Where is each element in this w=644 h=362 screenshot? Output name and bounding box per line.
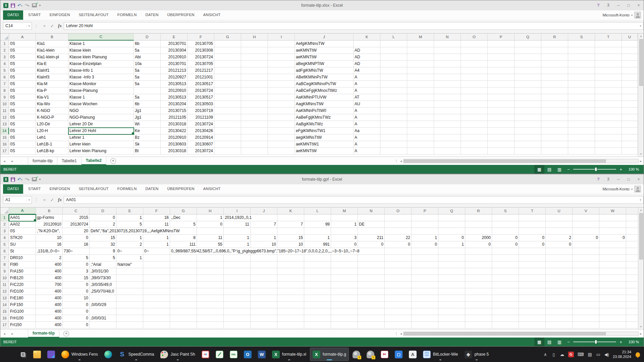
sheet-nav-left-icon[interactable]: ◂ <box>0 329 8 338</box>
cell-L14[interactable] <box>304 302 331 308</box>
cell-O9[interactable] <box>385 268 412 275</box>
scroll-down-icon[interactable]: ▼ <box>640 152 642 157</box>
enter-icon[interactable]: ✓ <box>48 23 56 28</box>
cell-U13[interactable] <box>622 121 638 128</box>
cell-R17[interactable] <box>465 322 492 328</box>
cell-S3[interactable] <box>492 228 519 235</box>
cell-D5[interactable]: 5a <box>134 67 161 74</box>
cell-P1[interactable] <box>412 215 438 221</box>
cell-G13[interactable] <box>214 121 241 128</box>
cell-T14[interactable] <box>519 302 546 308</box>
cell-J3[interactable]: aeKMNTtW <box>295 54 354 61</box>
cell-W3[interactable] <box>599 228 626 235</box>
cell-N2[interactable]: DE <box>358 221 385 228</box>
cell-Q2[interactable] <box>438 221 465 228</box>
titlebar[interactable]: X ↶▾ ↷▾ ▾ formate-tilp.xlsx - Excel ? ⊼ … <box>0 0 644 10</box>
cell-T12[interactable] <box>595 114 622 121</box>
cell-L10[interactable] <box>380 101 407 108</box>
cell-L13[interactable] <box>304 295 331 302</box>
cell-F4[interactable]: 20130705 <box>187 61 214 67</box>
page-layout-view-button[interactable]: ▤ <box>544 165 554 174</box>
taskbar-jasc-paint-shop[interactable]: Jasc Paint Sh <box>158 348 198 361</box>
cell-R2[interactable] <box>465 221 492 228</box>
ribbon-display-options-button[interactable]: ⊼ <box>603 174 613 184</box>
cell-D8[interactable] <box>134 87 161 94</box>
cell-E11[interactable] <box>116 282 143 288</box>
cell-B4[interactable]: Kla-E <box>36 61 68 67</box>
taskbar-a-app[interactable]: A <box>406 348 419 361</box>
account-menu[interactable]: Microsoft-Konto▾ <box>602 10 644 20</box>
cell-E17[interactable] <box>116 322 143 328</box>
cell-M13[interactable] <box>407 121 434 128</box>
cell-H5[interactable]: 55 <box>197 241 224 248</box>
cell-B2[interactable]: Kla1-klein <box>36 47 68 54</box>
cell-T10[interactable] <box>519 275 546 282</box>
taskbar-untis[interactable]: üp <box>199 348 212 361</box>
cell-H6[interactable] <box>241 74 268 81</box>
save-button[interactable] <box>11 3 15 8</box>
cell-F8[interactable]: 20130724 <box>187 87 214 94</box>
cell-G10[interactable] <box>170 275 197 282</box>
cell-U11[interactable] <box>622 108 638 114</box>
cell-P5[interactable] <box>488 67 515 74</box>
cell-G2[interactable] <box>214 47 241 54</box>
cell-D12[interactable]: Jg1 <box>134 114 161 121</box>
cell-R16[interactable] <box>465 315 492 322</box>
cell-K17[interactable] <box>277 322 304 328</box>
cell-U5[interactable]: 0 <box>546 241 573 248</box>
cell-B12[interactable]: 400 <box>36 288 63 295</box>
cell-G14[interactable] <box>170 302 197 308</box>
ribbon-tab-daten[interactable]: DATEN <box>141 10 163 20</box>
cell-S14[interactable] <box>492 302 519 308</box>
cell-A12[interactable]: FrD100 <box>9 288 36 295</box>
normal-view-button[interactable]: ▦ <box>534 338 544 346</box>
cell-D11[interactable]: ,3/0/35/49,0 <box>90 282 116 288</box>
row-header-2[interactable]: 2 <box>0 221 9 228</box>
cell-K13[interactable]: A <box>354 121 380 128</box>
cell-E14[interactable] <box>116 302 143 308</box>
ribbon-tab-einfügen[interactable]: EINFÜGEN <box>45 10 74 20</box>
cell-R6[interactable] <box>541 74 568 81</box>
cell-B16[interactable]: Leh1B-1 <box>36 141 68 148</box>
cell-B3[interactable]: ,"N-K20-Dir", <box>36 228 63 235</box>
cell-F9[interactable]: 20130517 <box>187 94 214 101</box>
row-header-4[interactable]: 4 <box>0 61 9 67</box>
cell-F14[interactable]: 20130426 <box>187 128 214 134</box>
new-sheet-button[interactable]: + <box>110 158 116 164</box>
cell-O6[interactable] <box>385 248 412 255</box>
cell-G1[interactable] <box>214 41 241 47</box>
taskbar-phase-5[interactable]: ◈phase 5 <box>462 348 492 361</box>
sheet-tab-tabelle2[interactable]: Tabelle2 <box>82 157 106 165</box>
cell-K17[interactable]: A <box>354 148 380 155</box>
cell-R16[interactable] <box>541 141 568 148</box>
cell-A3[interactable]: 0S <box>9 228 36 235</box>
cell-Q2[interactable] <box>515 47 541 54</box>
cell-N2[interactable] <box>434 47 461 54</box>
row-header-7[interactable]: 7 <box>0 255 9 261</box>
cell-S6[interactable] <box>568 74 595 81</box>
cell-O6[interactable] <box>461 74 488 81</box>
cell-K7[interactable]: A <box>354 81 380 87</box>
column-header-P[interactable]: P <box>412 207 438 215</box>
row-header-7[interactable]: 7 <box>0 81 9 87</box>
cell-W4[interactable]: 0 <box>599 235 626 241</box>
cell-H16[interactable] <box>197 315 224 322</box>
cell-Q5[interactable] <box>515 67 541 74</box>
cell-W10[interactable] <box>599 275 626 282</box>
cell-M16[interactable] <box>407 141 434 148</box>
cell-O17[interactable] <box>385 322 412 328</box>
tray-usb-device-icon[interactable]: ▯ <box>551 352 556 357</box>
cell-C7[interactable]: 5 <box>63 255 90 261</box>
cell-F17[interactable] <box>143 322 170 328</box>
cell-U17[interactable] <box>546 322 573 328</box>
cell-J11[interactable] <box>251 282 277 288</box>
cell-H14[interactable] <box>197 302 224 308</box>
formula-bar-expand-icon[interactable]: ▾ <box>638 22 644 30</box>
cell-S11[interactable] <box>492 282 519 288</box>
cell-F4[interactable]: 1 <box>143 235 170 241</box>
cell-V7[interactable] <box>573 255 599 261</box>
cell-A9[interactable]: 0S <box>9 94 36 101</box>
cell-L15[interactable] <box>380 134 407 141</box>
cell-L11[interactable] <box>304 282 331 288</box>
cell-G11[interactable] <box>170 282 197 288</box>
